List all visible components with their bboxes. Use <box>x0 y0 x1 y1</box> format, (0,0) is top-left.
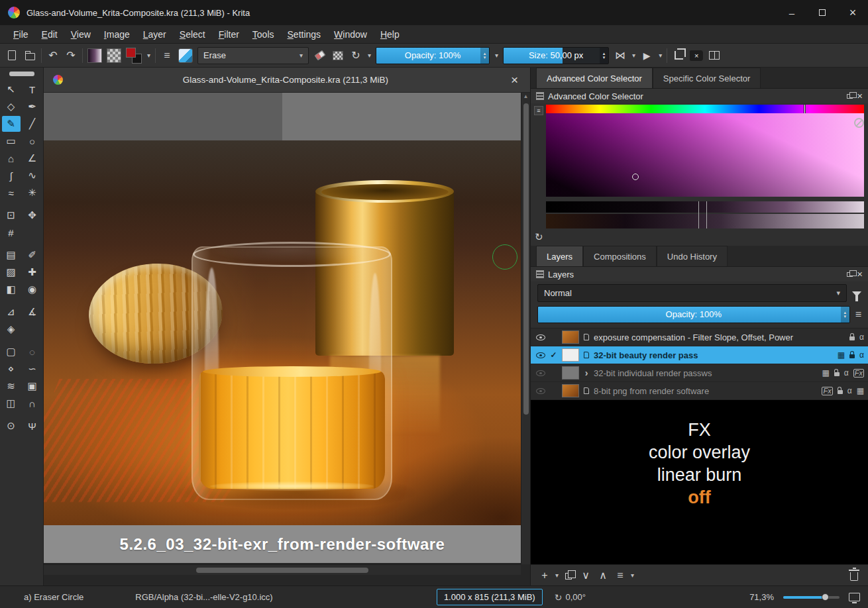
spin-down-icon[interactable]: ▾ <box>484 56 486 60</box>
reload-caret-icon[interactable]: ▾ <box>368 52 371 59</box>
duplicate-layer-button[interactable] <box>561 568 576 583</box>
tool-magnetic-select[interactable]: ∩ <box>23 395 42 411</box>
tool-color-sampler[interactable]: ✐ <box>23 247 42 263</box>
layer-thumbnail[interactable] <box>562 348 579 362</box>
scroll-up-icon[interactable]: ▲ <box>523 93 529 101</box>
pattern-chooser-button[interactable] <box>107 48 121 63</box>
inherit-alpha-icon[interactable]: ▦ <box>838 350 845 360</box>
tool-smart-patch[interactable]: ✚ <box>23 264 42 280</box>
alpha-icon[interactable]: α <box>859 350 864 360</box>
layer-thumbnail[interactable] <box>562 330 579 344</box>
alpha-icon[interactable]: α <box>844 368 849 378</box>
tool-measure[interactable]: ∡ <box>23 304 42 320</box>
tool-freehand-path[interactable]: ∿ <box>23 168 42 183</box>
shade-strip-2[interactable] <box>546 214 864 228</box>
tool-similar-color-select[interactable]: ≋ <box>2 378 21 394</box>
eraser-mode-button[interactable] <box>313 47 327 64</box>
refresh-color-history-button[interactable]: ↻ <box>535 231 547 243</box>
close-docker-icon[interactable]: × <box>857 271 863 278</box>
close-docker-icon[interactable]: × <box>857 93 863 99</box>
shade-strip-1[interactable] <box>546 201 864 213</box>
layer-style-fx-icon[interactable]: Fx <box>853 369 864 378</box>
horizontal-scroll-thumb[interactable] <box>196 568 368 573</box>
hue-marker[interactable] <box>804 104 806 114</box>
open-document-button[interactable] <box>23 47 36 64</box>
tool-assistants[interactable]: ⊿ <box>2 304 21 320</box>
canvas-image[interactable] <box>44 140 521 525</box>
visibility-eye-icon[interactable] <box>536 334 545 340</box>
opacity-spinner[interactable]: ▴ ▾ <box>480 48 489 64</box>
spin-down-icon[interactable]: ▾ <box>603 56 606 60</box>
tool-crop[interactable]: # <box>2 225 21 240</box>
canvas-viewport[interactable]: 5.2.6_03_32-bit-exr_from-render-software… <box>44 93 530 564</box>
tool-select-shapes[interactable]: ↖ <box>2 81 21 97</box>
tab-specific-color-selector[interactable]: Specific Color Selector <box>653 68 761 88</box>
layers-menu-icon[interactable]: ≡ <box>855 309 861 321</box>
menu-settings[interactable]: Settings <box>281 26 328 42</box>
edit-brush-settings-button[interactable] <box>178 48 193 63</box>
layer-name[interactable]: exposure compensation - Filter Slope, Of… <box>594 332 846 342</box>
tool-freehand-select[interactable]: ∽ <box>23 361 42 377</box>
menu-help[interactable]: Help <box>374 26 406 42</box>
layer-name[interactable]: 32-bit beauty render pass <box>594 350 834 360</box>
layer-properties-button[interactable]: ≡ <box>613 568 627 583</box>
tool-calligraphy[interactable]: ✒ <box>23 99 42 115</box>
menu-select[interactable]: Select <box>173 26 212 42</box>
layer-thumbnail[interactable] <box>562 384 579 397</box>
opacity-spinner[interactable]: ▴ ▾ <box>841 307 849 323</box>
tool-ellipse-select[interactable]: ◌ <box>23 344 42 360</box>
show-dockers-button[interactable] <box>708 47 721 64</box>
tool-zoom[interactable]: ⊙ <box>2 418 21 434</box>
tool-contiguous-select[interactable]: ▣ <box>23 378 42 394</box>
tool-freehand-brush[interactable]: ✎ <box>2 116 21 132</box>
menu-view[interactable]: View <box>64 26 97 42</box>
clear-canvas-button[interactable]: × <box>690 47 703 64</box>
layer-name[interactable]: 32-bit individual render passws <box>594 368 818 378</box>
lock-icon[interactable] <box>849 336 855 340</box>
properties-caret-icon[interactable]: ▾ <box>631 572 634 579</box>
tool-line[interactable]: ╱ <box>23 116 42 132</box>
redo-button[interactable]: ↷ <box>64 47 78 64</box>
layer-opacity-slider[interactable]: Opacity: 100% ▴ ▾ <box>537 306 850 323</box>
minimize-button[interactable]: – <box>777 0 807 25</box>
hue-strip[interactable] <box>546 105 864 113</box>
move-layer-up-button[interactable]: ∧ <box>596 568 610 583</box>
zoom-slider[interactable] <box>783 596 840 599</box>
crop-tool-button[interactable] <box>672 47 685 64</box>
layer-row[interactable]: exposure compensation - Filter Slope, Of… <box>531 329 868 346</box>
status-colorspace-label[interactable]: RGB/Alpha (32-bi...-elle-V2-g10.icc) <box>135 592 272 602</box>
brush-blending-mode-combo[interactable]: Erase ▾ <box>197 47 309 64</box>
tool-bezier-curve[interactable]: ∫ <box>2 168 21 183</box>
tab-advanced-color-selector[interactable]: Advanced Color Selector <box>536 68 653 88</box>
lock-icon[interactable] <box>838 390 843 394</box>
menu-filter[interactable]: Filter <box>212 26 246 42</box>
document-tab[interactable]: Glass-and-Volume_Krita-Composite.kra (21… <box>44 68 530 93</box>
menu-window[interactable]: Window <box>327 26 374 42</box>
tool-edit-shapes[interactable]: ◇ <box>2 99 21 115</box>
toolbar-size-slider[interactable]: Size: 50,00 px ▴ ▾ <box>503 47 609 64</box>
reload-preset-button[interactable]: ↻ <box>349 47 362 64</box>
tool-gradient[interactable]: ▤ <box>2 247 21 263</box>
menu-image[interactable]: Image <box>97 26 136 42</box>
tool-multibrush[interactable]: ✳ <box>23 185 42 201</box>
tab-layers[interactable]: Layers <box>536 246 583 266</box>
toolbox-grip[interactable] <box>9 72 34 76</box>
horizontal-scrollbar[interactable] <box>44 564 521 575</box>
lock-icon[interactable] <box>834 372 840 376</box>
alpha-icon[interactable]: α <box>847 386 852 395</box>
canvas-only-mode-icon[interactable] <box>849 593 860 601</box>
new-document-button[interactable] <box>5 47 19 64</box>
document-close-icon[interactable]: × <box>508 73 521 87</box>
tool-polygon[interactable]: ⌂ <box>2 150 21 166</box>
tool-polygon-select[interactable]: ⋄ <box>2 361 21 377</box>
menu-file[interactable]: File <box>7 26 35 42</box>
menu-tools[interactable]: Tools <box>246 26 281 42</box>
layer-row[interactable]: 8-bit png from render software Fx α ▦ <box>531 382 868 400</box>
undo-button[interactable]: ↶ <box>46 47 60 64</box>
move-layer-down-button[interactable]: ∨ <box>578 568 593 583</box>
saturation-value-square[interactable] <box>546 113 864 197</box>
tool-reference-images[interactable]: ◈ <box>2 321 21 337</box>
inherit-alpha-icon[interactable]: ▦ <box>857 386 864 395</box>
tab-compositions[interactable]: Compositions <box>583 246 657 266</box>
tool-fill[interactable]: ◧ <box>2 281 21 297</box>
